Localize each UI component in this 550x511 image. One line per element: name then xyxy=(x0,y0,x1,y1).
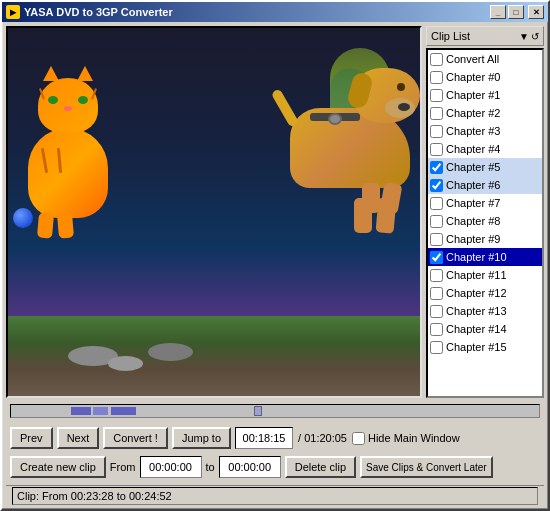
clip-item-label: Chapter #6 xyxy=(446,179,500,191)
clip-item-label: Chapter #0 xyxy=(446,71,500,83)
to-label: to xyxy=(206,461,215,473)
clip-item-label: Chapter #1 xyxy=(446,89,500,101)
hide-window-checkbox[interactable] xyxy=(352,432,365,445)
clip-item-checkbox[interactable] xyxy=(430,197,443,210)
from-label: From xyxy=(110,461,136,473)
clip-item[interactable]: Chapter #4 xyxy=(428,140,542,158)
minimize-button[interactable]: _ xyxy=(490,5,506,19)
clip-list-header: Clip List ▼ ↺ xyxy=(426,26,544,46)
clip-item-checkbox[interactable] xyxy=(430,53,443,66)
clip-item[interactable]: Chapter #15 xyxy=(428,338,542,356)
clip-item-label: Chapter #10 xyxy=(446,251,507,263)
clip-item[interactable]: Chapter #14 xyxy=(428,320,542,338)
to-time-display[interactable]: 00:00:00 xyxy=(219,456,281,478)
current-time-display: 00:18:15 xyxy=(235,427,293,449)
main-row: Clip List ▼ ↺ Convert AllChapter #0Chapt… xyxy=(6,26,544,398)
clip-item-checkbox[interactable] xyxy=(430,89,443,102)
clip-item-label: Chapter #14 xyxy=(446,323,507,335)
clip-item-checkbox[interactable] xyxy=(430,215,443,228)
clip-item-label: Chapter #12 xyxy=(446,287,507,299)
clip-item[interactable]: Chapter #11 xyxy=(428,266,542,284)
maximize-button[interactable]: □ xyxy=(508,5,524,19)
app-icon: ▶ xyxy=(6,5,20,19)
dog-figure xyxy=(290,108,410,188)
from-time-value: 00:00:00 xyxy=(149,461,192,473)
convert-button[interactable]: Convert ! xyxy=(103,427,168,449)
status-text: Clip: From 00:23:28 to 00:24:52 xyxy=(17,490,172,502)
clip-item[interactable]: Chapter #0 xyxy=(428,68,542,86)
content-area: Clip List ▼ ↺ Convert AllChapter #0Chapt… xyxy=(2,22,548,509)
hide-window-text: Hide Main Window xyxy=(368,432,460,444)
to-time-value: 00:00:00 xyxy=(228,461,271,473)
clip-item-checkbox[interactable] xyxy=(430,143,443,156)
status-panel: Clip: From 00:23:28 to 00:24:52 xyxy=(12,487,538,505)
prev-button[interactable]: Prev xyxy=(10,427,53,449)
clip-item-label: Chapter #9 xyxy=(446,233,500,245)
clip-item-label: Chapter #8 xyxy=(446,215,500,227)
clip-item-checkbox[interactable] xyxy=(430,323,443,336)
clip-item[interactable]: Chapter #3 xyxy=(428,122,542,140)
video-panel xyxy=(6,26,422,398)
clip-item[interactable]: Chapter #7 xyxy=(428,194,542,212)
clip-item[interactable]: Chapter #6 xyxy=(428,176,542,194)
clip-item[interactable]: Chapter #13 xyxy=(428,302,542,320)
timeline-area xyxy=(6,402,544,423)
clip-item-label: Chapter #11 xyxy=(446,269,507,281)
next-button[interactable]: Next xyxy=(57,427,100,449)
clip-item[interactable]: Chapter #9 xyxy=(428,230,542,248)
clip-item-label: Convert All xyxy=(446,53,499,65)
status-bar: Clip: From 00:23:28 to 00:24:52 xyxy=(6,485,544,505)
jump-to-button[interactable]: Jump to xyxy=(172,427,231,449)
clip-item-checkbox[interactable] xyxy=(430,305,443,318)
clip-item-checkbox[interactable] xyxy=(430,179,443,192)
delete-clip-button[interactable]: Delete clip xyxy=(285,456,356,478)
controls-row-2: Create new clip From 00:00:00 to 00:00:0… xyxy=(6,456,544,478)
clip-item-checkbox[interactable] xyxy=(430,269,443,282)
clip-item-label: Chapter #15 xyxy=(446,341,507,353)
dropdown-arrow-icon[interactable]: ▼ xyxy=(519,31,529,42)
current-time-value: 00:18:15 xyxy=(243,432,286,444)
time-separator: / 01:20:05 xyxy=(297,432,348,444)
controls-row-1: Prev Next Convert ! Jump to 00:18:15 / 0… xyxy=(6,427,544,449)
title-bar: ▶ YASA DVD to 3GP Converter _ □ ✕ xyxy=(2,2,548,22)
clip-item-label: Chapter #13 xyxy=(446,305,507,317)
timeline-thumb[interactable] xyxy=(254,406,262,416)
clip-item-checkbox[interactable] xyxy=(430,161,443,174)
clip-item[interactable]: Convert All xyxy=(428,50,542,68)
clip-item-label: Chapter #2 xyxy=(446,107,500,119)
cat-figure xyxy=(28,128,108,218)
save-clips-button[interactable]: Save Clips & Convert Later xyxy=(360,456,493,478)
clip-item-checkbox[interactable] xyxy=(430,125,443,138)
clip-item-label: Chapter #5 xyxy=(446,161,500,173)
clip-item-label: Chapter #4 xyxy=(446,143,500,155)
clip-list-panel: Clip List ▼ ↺ Convert AllChapter #0Chapt… xyxy=(426,26,544,398)
clip-item-label: Chapter #3 xyxy=(446,125,500,137)
clip-item-checkbox[interactable] xyxy=(430,287,443,300)
clip-item-checkbox[interactable] xyxy=(430,233,443,246)
clip-item-checkbox[interactable] xyxy=(430,341,443,354)
close-button[interactable]: ✕ xyxy=(528,5,544,19)
clip-item[interactable]: Chapter #12 xyxy=(428,284,542,302)
hide-window-label: Hide Main Window xyxy=(352,432,460,445)
clip-item[interactable]: Chapter #10 xyxy=(428,248,542,266)
clip-item[interactable]: Chapter #5 xyxy=(428,158,542,176)
clip-item[interactable]: Chapter #2 xyxy=(428,104,542,122)
clip-item-checkbox[interactable] xyxy=(430,71,443,84)
clip-item-checkbox[interactable] xyxy=(430,251,443,264)
clip-item-label: Chapter #7 xyxy=(446,197,500,209)
window-title: YASA DVD to 3GP Converter xyxy=(24,6,490,18)
title-bar-buttons: _ □ ✕ xyxy=(490,5,544,19)
clip-item[interactable]: Chapter #1 xyxy=(428,86,542,104)
clip-item[interactable]: Chapter #8 xyxy=(428,212,542,230)
video-frame xyxy=(8,28,420,396)
clip-list-box[interactable]: Convert AllChapter #0Chapter #1Chapter #… xyxy=(426,48,544,398)
main-window: ▶ YASA DVD to 3GP Converter _ □ ✕ xyxy=(0,0,550,511)
clip-item-checkbox[interactable] xyxy=(430,107,443,120)
timeline-track[interactable] xyxy=(10,404,540,418)
clip-list-title: Clip List xyxy=(431,30,519,42)
from-time-display[interactable]: 00:00:00 xyxy=(140,456,202,478)
create-clip-button[interactable]: Create new clip xyxy=(10,456,106,478)
refresh-icon[interactable]: ↺ xyxy=(531,31,539,42)
